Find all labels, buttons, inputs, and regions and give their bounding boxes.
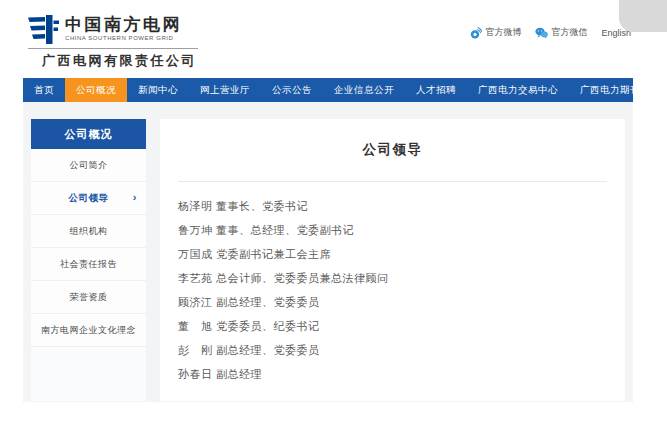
leader-name: 李艺苑 (178, 271, 216, 286)
leader-name: 鲁万坤 (178, 223, 216, 238)
weibo-icon (470, 27, 482, 39)
logo-divider (28, 48, 198, 49)
sidebar-item-label: 南方电网企业文化理念 (41, 324, 136, 337)
nav-item-enterprise-info-disclosure[interactable]: 企业信息公开 (323, 78, 405, 102)
sidebar-item-company-profile[interactable]: 公司简介 (31, 149, 146, 182)
leader-name: 董 旭 (178, 319, 216, 334)
leader-row: 彭 刚 副总经理、党委委员 (178, 338, 625, 362)
nav-item-public-announcements[interactable]: 公示公告 (261, 78, 323, 102)
leader-row: 董 旭 党委委员、纪委书记 (178, 314, 625, 338)
leader-title: 副总经理、党委委员 (216, 343, 320, 358)
header-utility-links: 官方微博 官方微信 English (470, 26, 631, 39)
sidebar-item-label: 社会责任报告 (60, 258, 117, 271)
nav-item-home[interactable]: 首页 (23, 78, 65, 102)
leader-row: 李艺苑 总会计师、党委委员兼总法律顾问 (178, 266, 625, 290)
nav-item-online-business-hall[interactable]: 网上营业厅 (189, 78, 261, 102)
leader-row: 鲁万坤 董事、总经理、党委副书记 (178, 218, 625, 242)
page-header: 中国南方电网 CHINA SOUTHERN POWER GRID 广西电网有限责… (0, 0, 667, 78)
leader-title: 副总经理、党委委员 (216, 295, 320, 310)
sidebar-item-label: 公司领导 (69, 192, 109, 205)
sidebar-item-company-leadership[interactable]: 公司领导 › (31, 182, 146, 215)
sidebar: 公司概况 公司简介 公司领导 › 组织机构 社会责任报告 荣誉资质 南方电网企业… (31, 119, 146, 401)
leader-row: 杨泽明 董事长、党委书记 (178, 194, 625, 218)
sidebar-item-label: 组织机构 (70, 225, 108, 238)
title-divider (178, 181, 607, 182)
leader-name: 万国成 (178, 247, 216, 262)
leader-name: 孙春日 (178, 367, 216, 382)
leader-list: 杨泽明 董事长、党委书记 鲁万坤 董事、总经理、党委副书记 万国成 党委副书记兼… (160, 190, 625, 386)
leader-title: 党委委员、纪委书记 (216, 319, 320, 334)
official-wechat-link[interactable]: 官方微信 (535, 26, 587, 39)
screenshot-corner-artifact (619, 0, 667, 32)
content-area: 公司概况 公司简介 公司领导 › 组织机构 社会责任报告 荣誉资质 南方电网企业… (23, 102, 633, 402)
nav-item-news-center[interactable]: 新闻中心 (127, 78, 189, 102)
sidebar-item-corporate-culture[interactable]: 南方电网企业文化理念 (31, 314, 146, 347)
official-wechat-label: 官方微信 (551, 26, 587, 39)
sidebar-title-company-overview[interactable]: 公司概况 (31, 119, 146, 149)
nav-item-recruitment[interactable]: 人才招聘 (405, 78, 467, 102)
leader-title: 董事、总经理、党委副书记 (216, 223, 354, 238)
leader-name: 杨泽明 (178, 199, 216, 214)
leader-row: 顾济江 副总经理、党委委员 (178, 290, 625, 314)
csg-logo-icon (28, 15, 59, 44)
official-weibo-label: 官方微博 (485, 26, 521, 39)
main-panel: 公司领导 杨泽明 董事长、党委书记 鲁万坤 董事、总经理、党委副书记 万国成 党… (160, 119, 625, 401)
sidebar-item-social-responsibility-report[interactable]: 社会责任报告 (31, 248, 146, 281)
leader-name: 彭 刚 (178, 343, 216, 358)
leader-title: 党委副书记兼工会主席 (216, 247, 331, 262)
primary-nav: 首页 公司概况 新闻中心 网上营业厅 公示公告 企业信息公开 人才招聘 广西电力… (23, 78, 633, 102)
nav-item-company-overview[interactable]: 公司概况 (65, 78, 127, 102)
wechat-icon (535, 27, 548, 39)
leader-title: 董事长、党委书记 (216, 199, 308, 214)
sidebar-item-label: 荣誉资质 (70, 291, 108, 304)
sidebar-item-label: 公司简介 (70, 159, 108, 172)
leader-name: 顾济江 (178, 295, 216, 310)
leader-title: 副总经理 (216, 367, 262, 382)
page-title: 公司领导 (160, 141, 625, 159)
subsidiary-name: 广西电网有限责任公司 (42, 52, 198, 70)
sidebar-item-honors-qualifications[interactable]: 荣誉资质 (31, 281, 146, 314)
leader-row: 万国成 党委副书记兼工会主席 (178, 242, 625, 266)
nav-item-power-journal[interactable]: 广西电力期刊 (569, 78, 651, 102)
sidebar-item-organization[interactable]: 组织机构 (31, 215, 146, 248)
official-weibo-link[interactable]: 官方微博 (470, 26, 521, 39)
chevron-right-icon: › (133, 191, 137, 203)
brand-name-en: CHINA SOUTHERN POWER GRID (65, 35, 182, 41)
company-logo-link[interactable]: 中国南方电网 CHINA SOUTHERN POWER GRID 广西电网有限责… (28, 15, 198, 70)
nav-item-power-trading-center[interactable]: 广西电力交易中心 (467, 78, 569, 102)
leader-row: 孙春日 副总经理 (178, 362, 625, 386)
leader-title: 总会计师、党委委员兼总法律顾问 (216, 271, 389, 286)
brand-name-cn: 中国南方电网 (65, 15, 182, 34)
